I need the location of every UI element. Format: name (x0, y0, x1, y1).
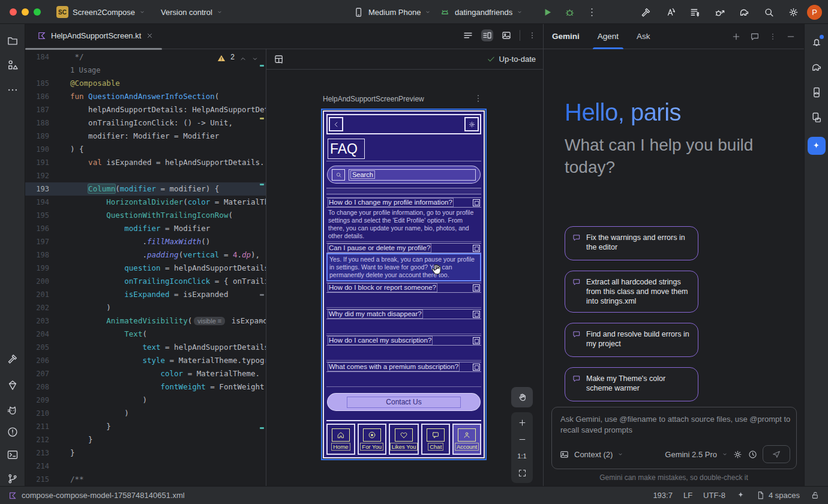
more-actions-icon[interactable] (586, 7, 598, 18)
line-number[interactable]: 193 (25, 182, 49, 196)
prompt-input[interactable]: Ask Gemini, use @filename to attach sour… (551, 407, 797, 469)
tool-gemini[interactable] (808, 137, 826, 155)
back-button[interactable] (329, 117, 343, 131)
close-window-button[interactable] (10, 8, 17, 16)
line-number[interactable]: 187 (25, 103, 49, 116)
search-field[interactable]: Search (349, 169, 476, 181)
line-number[interactable]: 185 (25, 77, 49, 90)
tool-resource-manager[interactable] (7, 59, 19, 71)
nav-item-likes-you[interactable]: Likes You (389, 424, 419, 455)
code-line-184[interactable]: 184 */2 (25, 50, 266, 64)
code-line-195[interactable]: 195 QuestionWithTrailingIconRow( (25, 209, 266, 222)
suggestion-card[interactable]: Extract all hardcoded strings from this … (565, 271, 698, 313)
suggestion-card[interactable]: Fix the warnings and errors in the edito… (565, 226, 698, 260)
line-number[interactable]: 189 (25, 130, 49, 143)
line-number[interactable]: 188 (25, 116, 49, 130)
settings-button[interactable] (464, 117, 479, 131)
zoom-in-button[interactable] (514, 415, 530, 430)
code-line-192[interactable]: 192 (25, 169, 266, 182)
faq-question-row[interactable]: Why did my match disappear? (326, 309, 481, 319)
tool-build[interactable] (7, 353, 19, 365)
line-number[interactable]: 202 (25, 301, 49, 314)
code-line-215[interactable]: 215/** (25, 473, 266, 486)
zoom-actual-button[interactable]: 1:1 (514, 449, 530, 463)
line-number[interactable]: 199 (25, 262, 49, 275)
tab-agent[interactable]: Agent (595, 24, 621, 49)
avatar[interactable]: P (807, 5, 822, 20)
faq-question-row[interactable]: How do I cancel my subscription? (326, 335, 481, 346)
line-number[interactable]: 201 (25, 288, 49, 301)
code-line-193[interactable]: 193 Column(modifier = modifier) { (25, 182, 266, 196)
expand-icon[interactable] (473, 284, 480, 292)
history-icon[interactable] (748, 449, 758, 460)
code-line-201[interactable]: 201 isExpanded = isExpanded (25, 288, 266, 301)
tool-gradle[interactable] (811, 61, 823, 73)
split-view-icon[interactable] (481, 29, 493, 41)
line-number[interactable]: 195 (25, 209, 49, 222)
vcs-widget[interactable]: Version control (161, 0, 223, 24)
todo-list-icon[interactable] (689, 7, 701, 18)
nav-item-for-you[interactable]: For You (358, 424, 386, 455)
chat-history-icon[interactable] (750, 32, 760, 41)
line-number[interactable]: 198 (25, 248, 49, 262)
line-ending[interactable]: LF (683, 491, 692, 500)
code-line-199[interactable]: 199 question = helpAndSupportDetails (25, 262, 266, 275)
line-number[interactable]: 200 (25, 275, 49, 288)
code-line-hint[interactable]: 1 Usage (25, 64, 266, 77)
code-line-204[interactable]: 204 Text( (25, 328, 266, 341)
line-number[interactable]: 210 (25, 407, 49, 420)
expand-icon[interactable] (473, 311, 480, 318)
tool-version-control[interactable] (7, 473, 19, 485)
tool-problems[interactable] (7, 426, 19, 438)
design-view-icon[interactable] (500, 29, 512, 41)
faq-question-row[interactable]: How do I block or report someone? (326, 283, 481, 293)
contact-us-button[interactable]: Contact Us (327, 393, 481, 411)
code-line-210[interactable]: 210 ) (25, 407, 266, 420)
code-line-213[interactable]: 213} (25, 446, 266, 460)
indent-widget[interactable]: 4 spaces (756, 491, 800, 500)
line-number[interactable]: 206 (25, 354, 49, 367)
context-selector[interactable]: Context (2) (574, 450, 613, 459)
line-number[interactable]: 211 (25, 420, 49, 433)
code-line-187[interactable]: 187 helpAndSupportDetails: HelpAndSuppor… (25, 103, 266, 116)
tool-notifications[interactable] (811, 36, 823, 48)
line-number[interactable]: 186 (25, 90, 49, 103)
line-number[interactable]: 190 (25, 143, 49, 156)
code-line-186[interactable]: 186fun QuestionAndAnswerInfoSection( (25, 90, 266, 103)
tab-ask[interactable]: Ask (634, 24, 653, 49)
pan-tool-button[interactable] (511, 387, 533, 407)
new-chat-icon[interactable] (731, 32, 741, 41)
code-editor[interactable]: 184 */21 Usage185@Composable186fun Quest… (25, 49, 266, 486)
profiler-icon[interactable] (714, 7, 725, 18)
tool-more-tool-windows[interactable] (7, 84, 19, 96)
unlock-icon[interactable] (811, 491, 820, 500)
line-number[interactable]: 194 (25, 196, 49, 209)
inspection-widget[interactable]: 2 (217, 50, 259, 64)
code-line-202[interactable]: 202 ) (25, 301, 266, 314)
settings-icon[interactable] (788, 7, 799, 18)
code-line-207[interactable]: 207 color = MaterialTheme. (25, 367, 266, 380)
code-line-194[interactable]: 194 HorizontalDivider(color = MaterialTh… (25, 196, 266, 209)
line-number[interactable]: 204 (25, 328, 49, 341)
ai-actions-icon[interactable] (665, 7, 676, 18)
code-line-198[interactable]: 198 .padding(vertical = 4.dp), (25, 248, 266, 262)
search-bar[interactable]: Search (327, 166, 481, 184)
build-icon[interactable] (640, 7, 652, 18)
line-number[interactable]: 184 (25, 50, 49, 64)
line-number[interactable]: 192 (25, 169, 49, 182)
hide-panel-icon[interactable] (786, 32, 796, 41)
nav-item-home[interactable]: Home (326, 424, 355, 455)
tool-project-folder[interactable] (7, 35, 19, 47)
gemini-settings-icon[interactable] (733, 449, 743, 460)
status-message[interactable]: compose-compose-model-1758748140651.xml (8, 491, 185, 500)
send-button[interactable] (763, 445, 790, 463)
tool-terminal[interactable] (7, 449, 19, 461)
expand-icon[interactable] (473, 199, 480, 206)
attach-image-icon[interactable] (559, 449, 569, 460)
line-number[interactable]: 203 (25, 314, 49, 328)
faq-question-row[interactable]: Can I pause or delete my profile? (326, 243, 481, 253)
line-number[interactable]: 207 (25, 367, 49, 380)
code-line-208[interactable]: 208 fontWeight = FontWeight (25, 380, 266, 394)
preview-canvas[interactable]: HelpAndSupportScreenPreview FAQ Search H… (266, 70, 543, 486)
code-line-203[interactable]: 203 AnimatedVisibility(visible = isExpan… (25, 314, 266, 328)
